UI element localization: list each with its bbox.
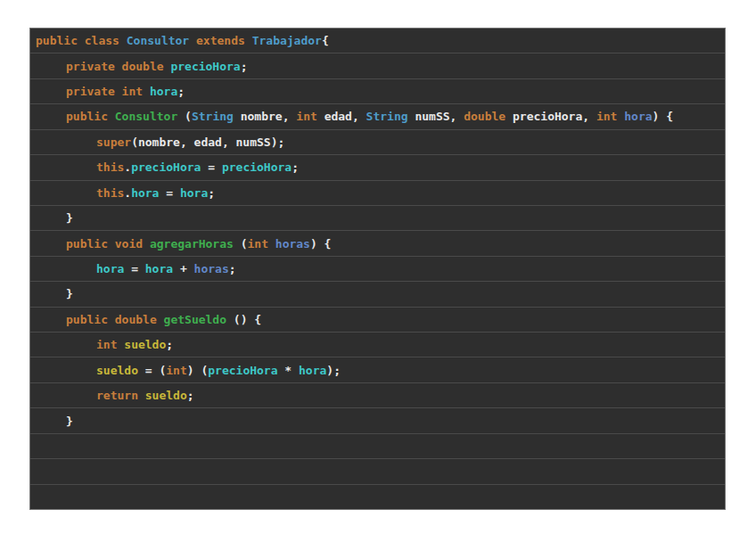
code-token-type: String xyxy=(366,111,408,122)
code-token-field: hora xyxy=(131,187,159,199)
code-token-plain: (nombre, edad, numSS); xyxy=(131,136,284,148)
code-token-param: horas xyxy=(194,263,229,275)
code-line: private double precioHora; xyxy=(30,53,725,78)
code-token-local: sueldo xyxy=(145,390,187,401)
code-token-kw: public double xyxy=(66,314,164,325)
code-token-param: horas xyxy=(275,238,310,250)
code-token-field: hora xyxy=(299,365,326,376)
code-token-plain xyxy=(245,35,252,46)
code-token-plain: ( xyxy=(177,111,192,122)
code-token-field: precioHora xyxy=(208,365,277,376)
code-token-plain: ; xyxy=(241,61,248,72)
code-line xyxy=(30,485,725,509)
code-token-plain: nombre, xyxy=(234,111,296,122)
code-token-field: precioHora xyxy=(170,61,240,72)
code-token-field: precioHora xyxy=(131,161,201,173)
code-line: return sueldo; xyxy=(30,383,725,408)
code-token-plain: ) { xyxy=(310,238,331,250)
code-token-kw: public void xyxy=(66,238,150,250)
code-token-type: Trabajador xyxy=(252,35,322,46)
code-line: public double getSueldo () { xyxy=(30,308,725,333)
code-token-plain: . xyxy=(124,161,131,173)
code-line: this.hora = hora; xyxy=(30,181,725,206)
code-line: this.precioHora = precioHora; xyxy=(30,155,725,180)
code-token-field: hora xyxy=(96,263,124,275)
code-token-kw: int xyxy=(248,238,268,250)
code-token-plain: { xyxy=(322,35,329,46)
code-token-plain: } xyxy=(66,212,73,224)
code-token-type: Consultor xyxy=(127,35,189,46)
code-token-kw: int xyxy=(166,365,186,376)
code-token-method: agregarHoras xyxy=(150,238,234,250)
code-token-plain xyxy=(268,238,275,250)
code-line: } xyxy=(30,206,725,231)
code-line: private int hora; xyxy=(30,79,725,104)
code-token-plain xyxy=(117,339,124,350)
code-token-kw: int xyxy=(96,339,117,350)
code-token-plain: ; xyxy=(187,390,194,401)
document-page: public class Consultor extends Trabajado… xyxy=(0,0,756,534)
code-token-field: hora xyxy=(145,263,173,275)
code-token-kw: super xyxy=(96,136,131,148)
code-token-plain: = ( xyxy=(138,365,166,376)
code-token-plain: ; xyxy=(177,86,185,97)
code-token-plain: ) ( xyxy=(187,365,208,376)
code-token-kw: this xyxy=(96,161,124,173)
code-token-plain: = xyxy=(201,161,221,173)
code-token-kw: extends xyxy=(196,35,245,46)
code-token-kw: private int xyxy=(66,86,150,97)
code-token-plain: edad, xyxy=(317,111,366,122)
code-token-kw: public class xyxy=(36,35,127,46)
code-line: } xyxy=(30,408,725,433)
code-token-kw: public xyxy=(66,111,115,122)
code-token-kw: private double xyxy=(66,61,170,72)
code-token-plain: = xyxy=(159,187,179,199)
code-token-param: hora xyxy=(624,111,652,122)
code-line: int sueldo; xyxy=(30,333,725,357)
code-token-method: getSueldo xyxy=(164,314,226,325)
code-token-plain: ; xyxy=(166,339,173,350)
code-line xyxy=(30,459,725,484)
code-line: public class Consultor extends Trabajado… xyxy=(30,29,725,53)
code-line: hora = hora + horas; xyxy=(30,257,725,282)
code-token-local: sueldo xyxy=(96,365,138,376)
code-line xyxy=(30,434,725,459)
code-token-field: precioHora xyxy=(222,161,292,173)
code-token-kw: double xyxy=(464,111,505,122)
code-token-plain: ); xyxy=(326,365,341,376)
code-token-plain xyxy=(189,35,196,46)
code-token-plain: precioHora, xyxy=(505,111,596,122)
code-token-plain xyxy=(617,111,624,122)
code-token-kw: return xyxy=(96,390,138,401)
code-token-plain: * xyxy=(278,365,299,376)
code-line: public Consultor (String nombre, int eda… xyxy=(30,104,725,129)
code-token-plain xyxy=(138,390,145,401)
code-token-plain: . xyxy=(124,187,131,199)
code-token-plain: ; xyxy=(208,187,215,199)
code-token-plain: } xyxy=(66,288,73,300)
code-token-method: Consultor xyxy=(115,111,177,122)
code-token-type: String xyxy=(192,111,234,122)
code-token-kw: int xyxy=(296,111,316,122)
code-token-field: hora xyxy=(150,86,177,97)
code-token-plain: ; xyxy=(292,161,299,173)
code-token-plain: () { xyxy=(226,314,261,325)
code-token-plain: ( xyxy=(234,238,248,250)
code-line: public void agregarHoras (int horas) { xyxy=(30,231,725,256)
code-token-kw: int xyxy=(596,111,617,122)
code-line: super(nombre, edad, numSS); xyxy=(30,130,725,155)
code-token-plain: numSS, xyxy=(408,111,464,122)
code-token-plain: ; xyxy=(229,263,236,275)
code-token-local: sueldo xyxy=(124,339,166,350)
code-token-plain: } xyxy=(66,415,73,427)
code-token-plain: + xyxy=(173,263,193,275)
code-line: sueldo = (int) (precioHora * hora); xyxy=(30,357,725,382)
code-token-plain: = xyxy=(124,263,144,275)
code-token-field: hora xyxy=(180,187,208,199)
code-token-kw: this xyxy=(96,187,124,199)
code-token-plain: ) { xyxy=(653,111,673,122)
code-line: } xyxy=(30,282,725,307)
code-editor-block[interactable]: public class Consultor extends Trabajado… xyxy=(29,28,726,510)
